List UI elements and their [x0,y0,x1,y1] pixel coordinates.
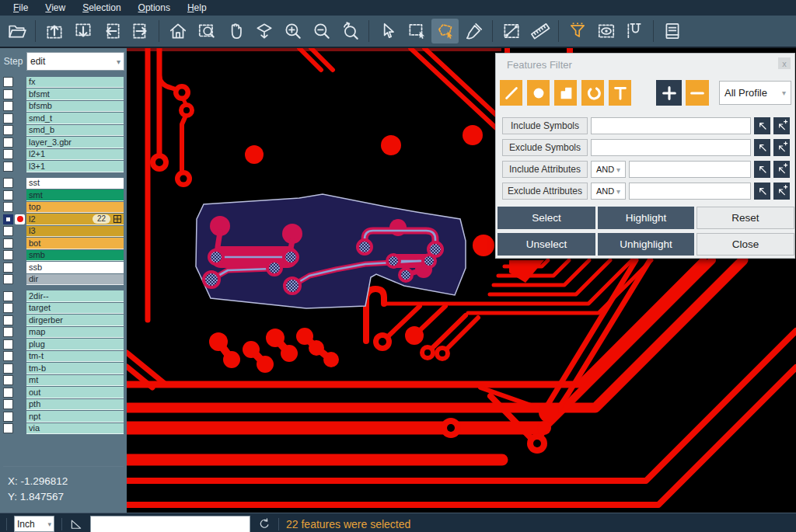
layer-item-tm-b[interactable]: tm-b [26,363,124,374]
pan-right-icon[interactable] [127,19,154,43]
zoom-previous-icon[interactable] [337,19,364,43]
layer-visibility-checkbox[interactable] [3,101,13,111]
layer-visibility-checkbox[interactable] [3,291,13,301]
pick-attribute-icon[interactable] [754,183,770,200]
layer-item-smd_b[interactable]: smd_b [26,125,124,137]
layer-visibility-checkbox[interactable] [3,162,13,172]
layer-visibility-checkbox[interactable] [3,137,13,148]
pick-symbol-icon[interactable] [754,139,770,156]
layer-item-smt[interactable]: smt [26,190,124,201]
close-button[interactable]: Close [696,233,794,256]
layer-visibility-checkbox[interactable] [3,388,13,398]
filter-line-icon[interactable] [500,80,522,106]
layer-item-dirgerber[interactable]: dirgerber [26,315,124,326]
exclude-attributes-logic-select[interactable]: AND▾ [591,183,626,200]
unselect-button[interactable]: Unselect [498,233,595,256]
layer-item-smb[interactable]: smb [26,250,124,262]
include-attributes-logic-select[interactable]: AND▾ [591,161,626,178]
layer-visibility-checkbox[interactable] [3,423,13,433]
layer-item-l2+1[interactable]: l2+1 [26,149,124,161]
command-input[interactable] [90,516,250,532]
layer-visibility-checkbox[interactable] [3,351,13,361]
view-options-icon[interactable] [592,19,620,43]
menu-file[interactable]: File [5,1,37,15]
layer-item-smd_t[interactable]: smd_t [26,113,124,124]
pick-add-attribute-icon[interactable] [773,161,790,178]
log-panel-icon[interactable] [658,19,686,43]
zoom-in-icon[interactable] [279,19,306,43]
layer-item-l2[interactable]: l222 [26,214,124,225]
pan-hand-icon[interactable] [222,19,249,43]
layer-visibility-checkbox[interactable] [3,263,13,273]
pick-add-symbol-icon[interactable] [773,139,790,156]
layer-item-map[interactable]: map [26,327,124,339]
filter-remove-icon[interactable] [686,80,709,106]
angle-icon[interactable] [69,517,83,531]
step-select[interactable]: edit ▾ [26,52,124,71]
filter-pad-icon[interactable] [527,80,550,106]
layer-visibility-checkbox[interactable] [3,339,13,349]
pan-up-icon[interactable] [40,19,68,43]
layer-visibility-checkbox[interactable] [3,250,13,260]
exclude-symbols-button[interactable]: Exclude Symbols [502,139,588,156]
layer-visibility-checkbox[interactable] [3,238,13,249]
layer-item-npt[interactable]: npt [26,411,124,422]
layer-item-mt[interactable]: mt [26,375,124,387]
refresh-icon[interactable] [257,517,271,531]
filter-arc-icon[interactable] [581,80,604,106]
layer-visibility-checkbox[interactable] [3,375,13,385]
layer-visibility-checkbox[interactable] [3,178,13,188]
layer-visibility-checkbox[interactable] [3,303,13,313]
menu-selection[interactable]: Selection [74,1,129,15]
move-view-icon[interactable] [250,19,278,43]
layer-visibility-checkbox[interactable] [3,149,13,159]
menu-view[interactable]: View [37,1,74,15]
layer-item-plug[interactable]: plug [26,339,124,350]
layer-item-top[interactable]: top [26,202,124,214]
menu-options[interactable]: Options [130,1,179,15]
highlight-button[interactable]: Highlight [598,207,694,229]
rectangle-select-icon[interactable] [403,19,430,43]
layer-item-2dir--[interactable]: 2dir-- [26,290,124,302]
layer-item-layer_3.gbr[interactable]: layer_3.gbr [26,137,124,148]
layer-item-out[interactable]: out [26,387,124,398]
polygon-select-icon[interactable] [431,19,459,43]
layer-visibility-checkbox[interactable] [3,274,13,284]
layer-visibility-checkbox[interactable] [3,363,13,374]
layer-visibility-checkbox[interactable] [3,226,13,236]
unhighlight-button[interactable]: Unhighlight [598,233,694,256]
active-layer-indicator[interactable] [15,214,25,224]
include-attributes-field[interactable] [629,161,751,178]
close-icon[interactable]: x [778,57,791,69]
layer-visibility-checkbox[interactable] [3,89,13,99]
features-filter-icon[interactable] [564,19,591,43]
layer-visibility-checkbox[interactable] [3,125,13,135]
menu-help[interactable]: Help [179,1,215,15]
layer-item-ssb[interactable]: ssb [26,262,124,273]
include-attributes-button[interactable]: Include Attributes [502,161,588,178]
layer-item-via[interactable]: via [26,423,124,435]
filter-add-icon[interactable] [656,80,682,106]
layer-item-l3+1[interactable]: l3+1 [26,161,124,172]
layer-item-fx[interactable]: fx [26,77,124,89]
exclude-attributes-field[interactable] [629,183,751,200]
layer-item-bfsmb[interactable]: bfsmb [26,101,124,113]
layer-visibility-checkbox[interactable] [3,327,13,337]
layer-visibility-checkbox[interactable] [3,412,13,422]
layer-visibility-checkbox[interactable] [3,190,13,200]
layer-item-sst[interactable]: sst [26,178,124,190]
layer-visibility-checkbox[interactable] [3,399,13,409]
clear-brush-icon[interactable] [460,19,487,43]
zoom-out-icon[interactable] [308,19,335,43]
exclude-attributes-button[interactable]: Exclude Attributes [502,183,588,200]
include-symbols-field[interactable] [591,117,751,134]
layer-item-bot[interactable]: bot [26,238,124,249]
open-folder-icon[interactable] [3,19,30,43]
select-cursor-icon[interactable] [374,19,401,43]
reset-button[interactable]: Reset [696,207,794,229]
grid-icon[interactable] [113,215,121,223]
pick-attribute-icon[interactable] [754,161,770,178]
layer-visibility-checkbox[interactable] [3,113,13,123]
layer-item-pth[interactable]: pth [26,399,124,411]
ruler-icon[interactable] [526,19,553,43]
